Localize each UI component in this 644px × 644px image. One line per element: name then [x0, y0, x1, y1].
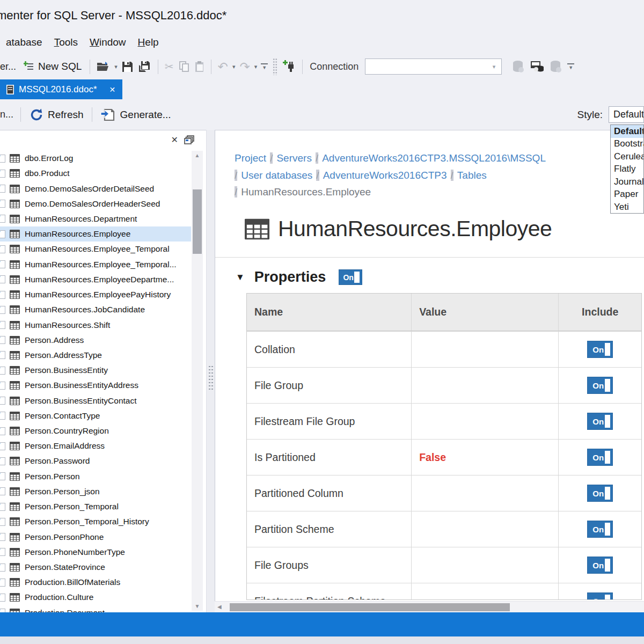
include-toggle[interactable]: On [587, 557, 613, 574]
tree-item-checkbox[interactable]: ✓ [0, 291, 5, 299]
tree-item-checkbox[interactable]: ✓ [0, 442, 5, 450]
breadcrumb-segment[interactable]: AdventureWorks2016CTP3.MSSQL2016\MSSQL [322, 152, 546, 164]
document-tab[interactable]: MSSQL2016.ddoc* ✕ [0, 79, 122, 99]
tree-item-checkbox[interactable]: ✓ [0, 609, 5, 612]
tree-item[interactable]: ✓ Person.StateProvince [0, 560, 191, 575]
include-toggle[interactable]: On [587, 485, 613, 502]
menu-item[interactable]: atabase [0, 34, 48, 50]
panel-close-icon[interactable]: ✕ [171, 135, 178, 145]
tree-item-checkbox[interactable]: ✓ [0, 472, 5, 480]
tree-item-checkbox[interactable]: ✓ [0, 548, 5, 556]
tree-item-checkbox[interactable]: ✓ [0, 321, 5, 329]
tree-item-checkbox[interactable]: ✓ [0, 412, 5, 420]
menu-item[interactable]: Window [84, 34, 132, 50]
tree-item[interactable]: ✓ Person.Password [0, 453, 191, 469]
redo-button[interactable]: ↷ [237, 58, 252, 76]
tree-item-checkbox[interactable]: ✓ [0, 367, 5, 375]
tree-item[interactable]: ✓ Person.BusinessEntity [0, 363, 191, 378]
tree-scrollbar[interactable]: ▲ ▼ [192, 151, 203, 611]
tree-item[interactable]: ✓ Person.CountryRegion [0, 423, 191, 438]
breadcrumb-segment[interactable]: / [451, 170, 453, 181]
toolbar-clipped-button[interactable]: er... [0, 61, 16, 72]
breadcrumb-segment[interactable]: Project [235, 152, 266, 164]
breadcrumb-segment[interactable]: Tables [457, 170, 487, 181]
tree-item[interactable]: ✓ Production.Document [0, 605, 191, 612]
breadcrumb-segment[interactable]: AdventureWorks2016CTP3 [323, 170, 447, 181]
tree-item-checkbox[interactable]: ✓ [0, 155, 5, 163]
tree-item-checkbox[interactable]: ✓ [0, 215, 5, 223]
tree-scrollbar-thumb[interactable] [193, 189, 202, 254]
cut-button[interactable]: ✂ [162, 58, 177, 75]
tree-item[interactable]: ✓ HumanResources.JobCandidate [0, 302, 191, 317]
properties-toggle[interactable]: On [339, 269, 362, 285]
tree-item-checkbox[interactable]: ✓ [0, 503, 5, 511]
breadcrumb-segment[interactable]: / [270, 152, 273, 164]
breadcrumb-segment[interactable]: Servers [276, 152, 311, 164]
style-dropdown-item[interactable]: Flatly [611, 163, 643, 176]
tree-item[interactable]: ✓ HumanResources.EmployeeDepartme... [0, 272, 191, 287]
breadcrumb-segment[interactable]: / [316, 152, 318, 164]
tree-item-checkbox[interactable]: ✓ [0, 185, 5, 193]
tree-item-checkbox[interactable]: ✓ [0, 457, 5, 465]
style-dropdown-item[interactable]: Cerulean [611, 150, 643, 163]
paste-button[interactable] [192, 60, 207, 74]
tree-item[interactable]: ✓ Production.BillOfMaterials [0, 575, 191, 590]
redo-dropdown-caret[interactable]: ▾ [254, 63, 258, 70]
style-dropdown-item[interactable]: Default [611, 125, 643, 138]
tree-item-checkbox[interactable]: ✓ [0, 200, 5, 208]
tree-item[interactable]: ✓ dbo.Product [0, 166, 191, 181]
tree-item[interactable]: ✓ Person.ContactType [0, 408, 191, 423]
style-dropdown-item[interactable]: Paper [611, 188, 643, 201]
scroll-up-icon[interactable]: ▲ [192, 152, 203, 158]
add-database-button[interactable] [509, 58, 528, 75]
collapse-toolbar-icon[interactable]: ▼ [261, 63, 268, 70]
tree-item[interactable]: ✓ Person.PhoneNumberType [0, 545, 191, 560]
tree-item[interactable]: ✓ Demo.DemoSalesOrderHeaderSeed [0, 196, 191, 211]
toolbar-grip[interactable] [273, 58, 277, 75]
breadcrumb-segment[interactable]: / [235, 170, 237, 181]
doc-toolbar-clipped-button[interactable]: n... [0, 109, 13, 120]
script-database-button[interactable] [528, 58, 547, 75]
save-all-button[interactable] [136, 59, 154, 74]
tree-item[interactable]: ✓ Person.AddressType [0, 348, 191, 363]
connect-button[interactable] [280, 58, 298, 75]
menu-item[interactable]: Tools [48, 34, 84, 50]
tree-item[interactable]: ✓ HumanResources.Shift [0, 317, 191, 332]
open-button[interactable] [94, 60, 113, 74]
style-dropdown-item[interactable]: Yeti [611, 201, 643, 214]
breadcrumb-segment[interactable]: User databases [241, 170, 312, 181]
tree-item-checkbox[interactable]: ✓ [0, 245, 5, 253]
tree-item[interactable]: ✓ Person.Address [0, 333, 191, 348]
tree-item[interactable]: ✓ dbo.ErrorLog [0, 151, 191, 166]
tree-item[interactable]: ✓ Demo.DemoSalesOrderDetailSeed [0, 181, 191, 196]
tree-item[interactable]: ✓ Person.BusinessEntityContact [0, 393, 191, 408]
tree-item[interactable]: ✓ HumanResources.Employee [0, 226, 191, 241]
breadcrumb-segment[interactable]: HumanResources.Employee [241, 186, 371, 197]
tree-item-checkbox[interactable]: ✓ [0, 230, 5, 238]
tab-close-icon[interactable]: ✕ [109, 85, 116, 94]
new-sql-button[interactable]: New SQL [19, 58, 86, 75]
breadcrumb-segment[interactable]: / [316, 170, 319, 181]
toolbar-overflow-icon[interactable]: ▼ [567, 63, 574, 70]
tree-item[interactable]: ✓ HumanResources.Employee_Temporal [0, 241, 191, 257]
tree-item[interactable]: ✓ Person.EmailAddress [0, 438, 191, 453]
scroll-left-icon[interactable]: ◀ [217, 604, 222, 610]
tree-item-checkbox[interactable]: ✓ [0, 336, 5, 344]
tree-item-checkbox[interactable]: ✓ [0, 260, 5, 268]
tree-item-checkbox[interactable]: ✓ [0, 275, 5, 283]
document-hscrollbar[interactable]: ◀ [215, 601, 644, 612]
include-toggle[interactable]: On [587, 377, 613, 394]
tree-item-checkbox[interactable]: ✓ [0, 170, 5, 178]
include-toggle[interactable]: On [587, 521, 613, 538]
tree-item-checkbox[interactable]: ✓ [0, 427, 5, 435]
tree-item-checkbox[interactable]: ✓ [0, 533, 5, 541]
tree-item[interactable]: ✓ HumanResources.EmployeePayHistory [0, 287, 191, 302]
include-toggle[interactable]: On [587, 592, 613, 600]
copy-button[interactable] [177, 60, 192, 74]
tree-item-checkbox[interactable]: ✓ [0, 564, 5, 572]
hscrollbar-thumb[interactable] [230, 603, 510, 611]
tree-item-checkbox[interactable]: ✓ [0, 487, 5, 495]
tree-item[interactable]: ✓ Person.Person [0, 469, 191, 484]
tree-item-checkbox[interactable]: ✓ [0, 518, 5, 526]
include-toggle[interactable]: On [587, 341, 613, 358]
